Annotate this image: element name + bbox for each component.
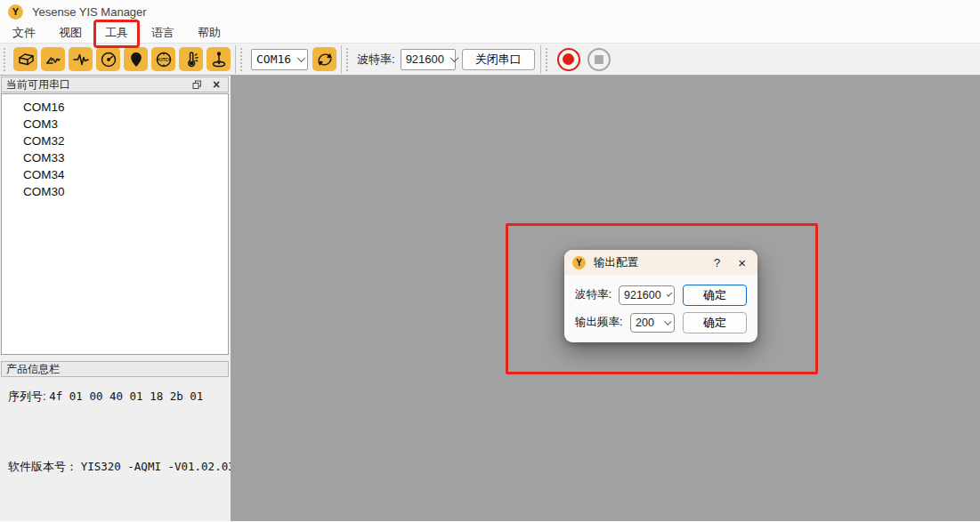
- record-icon[interactable]: [557, 48, 580, 71]
- dialog-baud-value: 921600: [624, 289, 661, 301]
- attitude-waveform-icon[interactable]: [41, 47, 65, 71]
- list-item-port[interactable]: COM32: [2, 133, 228, 149]
- dialog-baud-row: 波特率: 921600 确定: [575, 284, 747, 306]
- window-title: Yesense YIS Manager: [32, 5, 147, 19]
- dialog-help-button[interactable]: ?: [710, 256, 724, 269]
- chevron-down-icon: [297, 53, 306, 62]
- toolbar-separator: [341, 45, 342, 74]
- product-info-title: 产品信息栏: [6, 362, 60, 377]
- stop-square: [595, 55, 603, 64]
- list-item-port[interactable]: COM16: [2, 99, 228, 116]
- serial-number-label: 序列号:: [8, 389, 46, 403]
- toolbar-drag-handle[interactable]: [346, 48, 351, 71]
- app-logo-icon: Y: [8, 4, 23, 20]
- chevron-down-icon: [664, 317, 671, 325]
- dialog-body: 波特率: 921600 确定 输出频率: 200 确定: [564, 275, 757, 333]
- window-titlebar: Y Yesense YIS Manager: [0, 0, 980, 23]
- port-list: COM16 COM3 COM32 COM33 COM34 COM30: [1, 93, 229, 355]
- dialog-freq-label: 输出频率:: [575, 315, 622, 330]
- menu-file[interactable]: 文件: [4, 23, 45, 43]
- toolbar-separator: [235, 45, 236, 74]
- serial-number-value: 4f 01 00 40 01 18 2b 01: [49, 389, 203, 403]
- refresh-icon[interactable]: [312, 47, 336, 71]
- dialog-freq-value: 200: [636, 317, 654, 329]
- dock-title: 当前可用串口: [6, 77, 70, 92]
- dialog-baud-ok-button[interactable]: 确定: [683, 285, 747, 306]
- product-info-header: 产品信息栏: [1, 361, 229, 377]
- software-version-value: YIS320 -AQMI -V01.02.03;: [81, 460, 242, 473]
- close-serial-port-button[interactable]: 关闭串口: [462, 49, 535, 70]
- baud-rate-label: 波特率:: [357, 52, 395, 68]
- record-dot: [563, 53, 574, 65]
- list-item-port[interactable]: COM34: [2, 166, 228, 183]
- dialog-baud-select[interactable]: 921600: [619, 285, 675, 305]
- dialog-close-icon[interactable]: ×: [736, 256, 748, 269]
- dock-header: 当前可用串口 ×: [1, 76, 229, 92]
- software-version-label: 软件版本号：: [8, 460, 77, 473]
- location-icon[interactable]: [124, 47, 148, 71]
- list-item-port[interactable]: COM30: [2, 183, 228, 200]
- cube-icon[interactable]: [13, 47, 37, 71]
- dialog-app-icon: Y: [572, 256, 586, 269]
- chevron-down-icon: [666, 291, 672, 297]
- main-workspace: Y 输出配置 ? × 波特率: 921600 确定 输出频率: 200: [231, 76, 980, 521]
- com-port-select[interactable]: COM16: [251, 49, 308, 70]
- svg-text:UTC: UTC: [158, 57, 168, 62]
- software-version-line: 软件版本号： YIS320 -AQMI -V01.02.03;: [8, 459, 241, 475]
- thermometer-icon[interactable]: [179, 47, 203, 71]
- chevron-down-icon: [450, 53, 459, 62]
- content-area: 当前可用串口 × COM16 COM3 COM32 COM33 COM34 CO…: [0, 76, 980, 521]
- dialog-freq-select[interactable]: 200: [630, 313, 675, 333]
- menubar: 文件 视图 工具 语言 帮助: [0, 23, 980, 44]
- menu-language[interactable]: 语言: [142, 23, 183, 43]
- product-info-body: 序列号: 4f 01 00 40 01 18 2b 01 软件版本号： YIS3…: [1, 379, 229, 521]
- dialog-baud-label: 波特率:: [575, 287, 611, 302]
- baud-rate-value: 921600: [406, 52, 444, 66]
- dialog-titlebar[interactable]: Y 输出配置 ? ×: [564, 250, 757, 275]
- serial-port-dock: 当前可用串口 × COM16 COM3 COM32 COM33 COM34 CO…: [0, 76, 231, 521]
- output-config-dialog: Y 输出配置 ? × 波特率: 921600 确定 输出频率: 200: [564, 250, 757, 342]
- dialog-freq-ok-button[interactable]: 确定: [683, 312, 747, 333]
- toolbar-drag-handle[interactable]: [546, 48, 550, 71]
- magnetic-probe-icon[interactable]: [207, 47, 231, 71]
- utc-clock-icon[interactable]: UTC: [151, 47, 175, 71]
- serial-number-line: 序列号: 4f 01 00 40 01 18 2b 01: [8, 389, 203, 405]
- gauge-icon[interactable]: [96, 47, 120, 71]
- close-icon[interactable]: ×: [209, 78, 223, 91]
- toolbar: UTC COM16 波特率: 921600 关闭串口: [0, 44, 980, 76]
- menu-view[interactable]: 视图: [50, 23, 91, 43]
- com-port-value: COM16: [256, 52, 291, 66]
- menu-help[interactable]: 帮助: [189, 23, 230, 43]
- menu-tools[interactable]: 工具: [96, 23, 137, 43]
- float-panel-icon[interactable]: [190, 78, 204, 91]
- baud-rate-select[interactable]: 921600: [401, 49, 456, 70]
- pulse-waveform-icon[interactable]: [69, 47, 93, 71]
- list-item-port[interactable]: COM33: [2, 149, 228, 166]
- toolbar-drag-handle[interactable]: [4, 48, 8, 71]
- dialog-freq-row: 输出频率: 200 确定: [575, 311, 747, 333]
- stop-icon[interactable]: [587, 48, 611, 71]
- list-item-port[interactable]: COM3: [2, 116, 228, 133]
- dialog-title: 输出配置: [594, 255, 638, 270]
- toolbar-drag-handle[interactable]: [240, 48, 245, 71]
- toolbar-separator: [540, 45, 541, 74]
